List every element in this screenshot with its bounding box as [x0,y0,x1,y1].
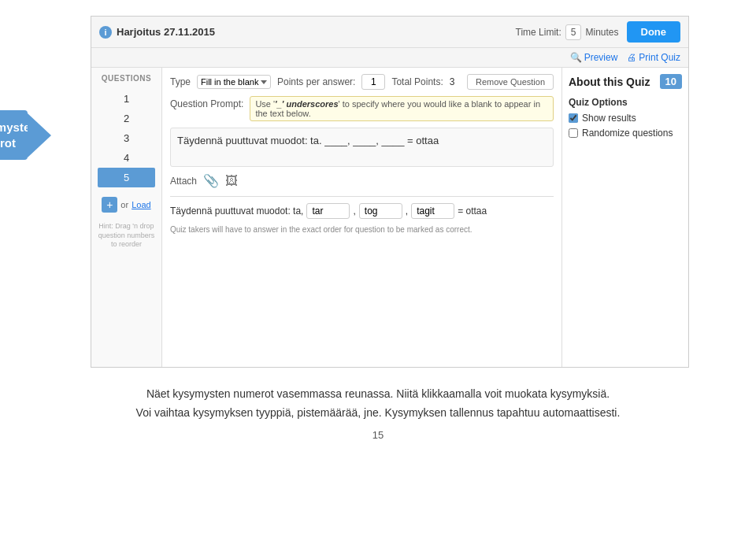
questions-label: QUESTIONS [91,74,161,83]
total-points-label: Total Points: [391,76,443,87]
add-question-area: + or Load [91,191,161,219]
prompt-label: Question Prompt: [170,96,243,109]
prompt-hint: Use ''_' underscores' to specify where y… [250,96,554,121]
preview-link[interactable]: 🔍 Preview [570,52,618,63]
left-sidebar: QUESTIONS 1 2 3 4 5 + or Load Hint: Drag… [91,68,162,367]
top-bar: i Harjoitus 27.11.2015 Time Limit: 5 Min… [91,17,688,48]
done-button[interactable]: Done [627,21,681,43]
preview-icon: 🔍 [570,52,582,63]
question-num-2[interactable]: 2 [91,109,161,128]
info-icon: i [99,26,112,39]
type-select[interactable]: Fill in the blank [197,75,271,89]
add-question-button[interactable]: + [102,197,117,213]
about-title: About this Quiz [569,76,650,88]
print-link[interactable]: 🖨 Print Quiz [627,52,680,63]
attach-row: Attach 📎 🖼 [170,173,554,188]
page-wrapper: Kysymysten numerot i Harjoitus 27.11.201… [0,0,756,559]
time-limit-area: Time Limit: 5 Minutes [516,24,619,40]
divider [170,196,554,197]
option-row-1: Show results [569,113,682,124]
right-panel: About this Quiz 10 Quiz Options Show res… [562,68,688,367]
second-bar: 🔍 Preview 🖨 Print Quiz [91,48,688,68]
image-icon[interactable]: 🖼 [225,174,238,188]
attach-label: Attach [170,176,197,187]
question-text-area: Täydennä puuttuvat muodot: ta. ____, ___… [170,128,554,167]
answer-input-2[interactable] [359,203,402,219]
bottom-text: Näet kysymysten numerot vasemmassa reuna… [136,385,621,423]
remove-question-button[interactable]: Remove Question [467,74,554,90]
arrow-shape [28,113,51,157]
question-num-3[interactable]: 3 [91,128,161,148]
arrow-text: Kysymysten numerot [0,110,28,160]
question-num-4[interactable]: 4 [91,148,161,168]
total-points-val: 3 [450,76,455,87]
question-num-5[interactable]: 5 [98,168,155,187]
editor-top-bar: Type Fill in the blank Points per answer… [170,74,554,90]
about-count: 10 [660,74,682,89]
points-label: Points per answer: [277,76,355,87]
show-results-checkbox[interactable] [569,113,578,123]
hint-text: Hint: Drag 'n drop question numbers to r… [91,219,161,253]
screenshot-area: i Harjoitus 27.11.2015 Time Limit: 5 Min… [91,16,689,368]
randomize-checkbox[interactable] [569,128,578,138]
points-input[interactable] [361,74,385,90]
or-text: or [120,200,128,209]
show-results-label: Show results [582,113,636,124]
randomize-label: Randomize questions [582,128,673,139]
quiz-title-area: i Harjoitus 27.11.2015 [99,26,508,39]
quiz-title: Harjoitus 27.11.2015 [117,26,215,38]
main-content: QUESTIONS 1 2 3 4 5 + or Load Hint: Drag… [91,68,688,367]
answer-row: Täydennä puuttuvat muodot: ta, , , = ott… [170,203,554,219]
question-num-1[interactable]: 1 [91,89,161,109]
paperclip-icon[interactable]: 📎 [203,173,219,188]
print-icon: 🖨 [627,52,636,63]
arrow-label: Kysymysten numerot [0,110,51,160]
question-editor: Type Fill in the blank Points per answer… [162,68,562,367]
load-link[interactable]: Load [132,200,150,209]
quiz-options-title: Quiz Options [569,97,682,108]
type-label: Type [170,76,191,87]
answer-input-3[interactable] [411,203,454,219]
question-prompt-row: Question Prompt: Use ''_' underscores' t… [170,96,554,121]
answer-input-1[interactable] [306,203,350,219]
page-number: 15 [372,429,384,441]
exact-order-note: Quiz takers will have to answer in the e… [170,225,554,234]
about-header: About this Quiz 10 [569,74,682,89]
option-row-2: Randomize questions [569,128,682,139]
time-value[interactable]: 5 [565,24,582,40]
